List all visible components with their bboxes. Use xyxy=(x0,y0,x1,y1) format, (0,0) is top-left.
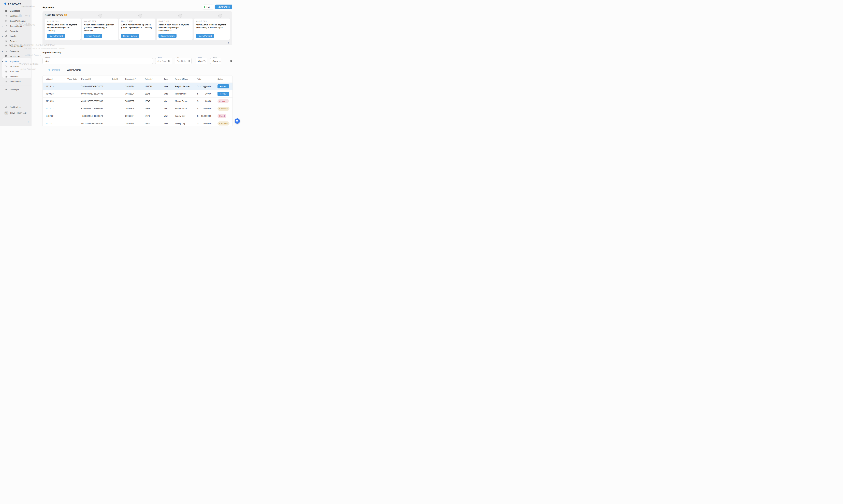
caret-down-icon: ▾ xyxy=(219,60,220,62)
review-payment-button[interactable]: Review Payment xyxy=(196,34,214,38)
chat-icon xyxy=(236,120,239,122)
sidebar-item-accounts[interactable]: Accounts xyxy=(0,74,32,79)
currency-symbol: $ xyxy=(197,115,199,117)
review-payment-button[interactable]: Review Payment xyxy=(47,34,65,38)
type-select[interactable]: Type Wire, T... ▾ xyxy=(195,58,207,64)
status-badge: Rejected xyxy=(218,99,229,103)
sidebar-item-dashboard[interactable]: Dashboard xyxy=(0,8,32,14)
chevron-right-icon[interactable]: ▸ xyxy=(1,51,3,52)
environment-dropdown[interactable]: Live ▾ xyxy=(202,4,214,10)
to-date-picker[interactable]: To Any Date xyxy=(175,58,191,64)
sidebar-item-forecasts[interactable]: ▸ Forecasts xyxy=(0,49,32,54)
filter-bar: Search wire From Any Date To Any Date Ty… xyxy=(42,58,232,64)
main-content: Payments Live ▾ New Payment Ready for Re… xyxy=(32,0,243,126)
accounts-icon xyxy=(5,75,8,78)
carousel-next-icon[interactable]: › xyxy=(228,41,229,44)
sidebar-item-reconciliation[interactable]: Reconciliation xyxy=(0,44,32,49)
card-text: Admin Admin initiated a payment (One tim… xyxy=(158,23,191,32)
review-card: March 7, 2023 Admin Admin initiated a pa… xyxy=(194,19,230,40)
transactions-icon xyxy=(5,25,8,28)
card-date: March 16, 2023 xyxy=(84,20,116,22)
table-header-row: Initiated Value Date Payment ID Bulk ID … xyxy=(42,75,233,83)
table-row[interactable]: 11/22/22 6198-062700-74850597 39461324 1… xyxy=(42,105,233,112)
sidebar-item-analysis[interactable]: Analysis xyxy=(0,29,32,34)
payments-table: Initiated Value Date Payment ID Bulk ID … xyxy=(42,75,233,126)
review-button[interactable]: Review xyxy=(218,84,229,88)
new-payment-button[interactable]: New Payment xyxy=(215,4,232,9)
sidebar-item-balances[interactable]: ▸ Balances xyxy=(0,14,32,19)
advanced-filters-button[interactable] xyxy=(229,60,232,62)
chevron-right-icon[interactable]: ▸ xyxy=(1,25,3,27)
sidebar: TROVATA Dashboard ▸ Balances Cash Positi… xyxy=(0,0,32,126)
sidebar-item-investments[interactable]: ▸ Investments xyxy=(0,79,32,84)
table-row[interactable]: 11/22/22 9671-333749-54885496 39461324 1… xyxy=(42,120,233,126)
status-badge: Canceled xyxy=(218,107,229,111)
card-date: March 16, 2023 xyxy=(47,20,79,22)
sidebar-item-developer[interactable]: <> Developer xyxy=(0,87,32,92)
sidebar-item-insights[interactable]: ▸ Insights xyxy=(0,34,32,39)
card-date: March 7, 2023 xyxy=(158,20,191,22)
review-payment-button[interactable]: Review Payment xyxy=(158,34,176,38)
tab-all-payments[interactable]: All Payments xyxy=(44,69,64,73)
logo-row: TROVATA xyxy=(0,0,32,6)
review-button[interactable]: Review xyxy=(218,92,229,96)
sidebar-item-reports[interactable]: Reports xyxy=(0,39,32,44)
total-amount: 1,000.00 xyxy=(204,100,211,103)
calendar-icon xyxy=(168,60,170,62)
chevron-right-icon[interactable]: ▸ xyxy=(1,81,3,83)
currency-symbol: $ xyxy=(197,85,199,88)
status-select[interactable]: Status Open, ... ▾ xyxy=(210,58,221,64)
chevron-right-icon[interactable]: ▸ xyxy=(1,15,3,17)
ready-for-review-panel: Ready for Review 6 March 16, 2023 Admin … xyxy=(42,11,232,45)
carousel-prev-icon[interactable]: ‹ xyxy=(224,41,224,44)
total-amount: 10,000.00 xyxy=(203,122,211,125)
mouse-cursor-icon xyxy=(204,86,206,89)
sidebar-item-transactions[interactable]: ▸ Transactions xyxy=(0,23,32,29)
chevron-right-icon[interactable]: ▸ xyxy=(1,36,3,37)
card-text: Admin Admin initiated a payment (Prepaid… xyxy=(47,23,79,32)
review-card: March 15, 2023 Admin Admin initiated a p… xyxy=(119,19,155,40)
table-body: 03/16/23 5343-094175-49459776 39461324 1… xyxy=(42,83,233,126)
developer-icon: <> xyxy=(5,88,8,91)
insights-icon xyxy=(5,35,8,38)
app-window: { "brand": {"name": "TROVATA"}, "icons":… xyxy=(0,0,243,126)
status-badge: Canceled xyxy=(218,122,229,126)
chevron-down-icon[interactable]: ▾ xyxy=(1,61,3,62)
org-switcher[interactable]: Tr Trove Fifteen LLC xyxy=(0,110,32,116)
review-payment-button[interactable]: Review Payment xyxy=(121,34,139,38)
templates-icon xyxy=(5,70,8,73)
review-payment-button[interactable]: Review Payment xyxy=(84,34,102,38)
sidebar-item-workflows[interactable]: Workflows xyxy=(0,64,32,69)
sidebar-collapse-button[interactable]: ‹ xyxy=(28,120,29,123)
balances-icon xyxy=(5,15,8,17)
total-amount: 950,000.00 xyxy=(201,115,211,117)
total-amount: 25,000.00 xyxy=(203,107,211,110)
cash-positioning-icon xyxy=(5,20,8,22)
review-card: March 16, 2023 Admin Admin initiated a p… xyxy=(82,19,118,40)
card-text: Admin Admin initiated a payment (Transfe… xyxy=(84,23,116,32)
tab-bulk-payments[interactable]: Bulk Payments xyxy=(66,69,81,73)
ready-for-review-title: Ready for Review xyxy=(45,14,63,16)
table-row[interactable]: 11/22/22 4533-394853-11300678 39461324 1… xyxy=(42,112,233,120)
sidebar-item-payments[interactable]: ▾ Payments xyxy=(0,59,32,64)
table-row[interactable]: 01/18/23 4398-267895-85877306 78539857 1… xyxy=(42,97,233,105)
sidebar-item-templates[interactable]: Templates xyxy=(0,69,32,74)
brand-name: TROVATA xyxy=(8,3,22,5)
chat-launcher[interactable] xyxy=(235,119,240,124)
sidebar-footer-divider xyxy=(0,117,32,117)
carousel-nav: ‹ › xyxy=(224,41,229,44)
page-title: Payments xyxy=(42,6,54,9)
table-row[interactable]: 03/03/23 9909-839712-66720793 39461324 1… xyxy=(42,90,233,97)
search-value: wire xyxy=(45,60,49,62)
analysis-icon xyxy=(5,30,8,33)
dashboard-icon xyxy=(5,10,8,12)
currency-symbol: $ xyxy=(197,107,199,110)
sidebar-item-workbooks[interactable]: Workbooks xyxy=(0,54,32,59)
investments-icon xyxy=(5,80,8,83)
workbooks-icon xyxy=(5,55,8,58)
from-date-picker[interactable]: From Any Date xyxy=(155,58,172,64)
search-input[interactable]: Search wire xyxy=(42,58,153,64)
reconciliation-icon xyxy=(5,45,8,48)
sidebar-item-cash-positioning[interactable]: Cash Positioning xyxy=(0,19,32,23)
sidebar-item-notifications[interactable]: Notifications xyxy=(0,105,32,110)
